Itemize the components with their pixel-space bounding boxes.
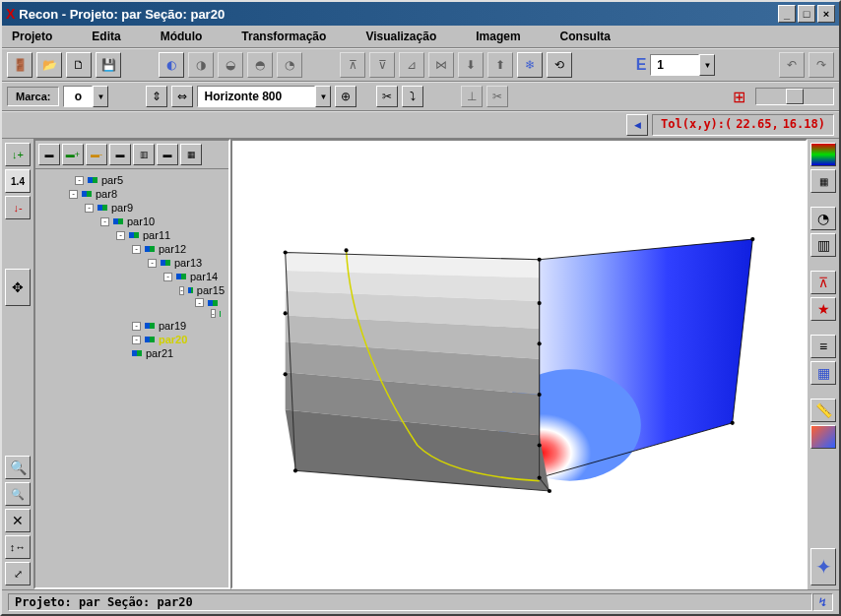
tree-node[interactable]: -par13 xyxy=(39,256,225,270)
tree-toggle-icon[interactable]: - xyxy=(179,286,184,295)
tool-button-2[interactable]: ⊽ xyxy=(369,52,395,78)
tool-button-5[interactable]: ⬇ xyxy=(458,52,484,78)
tree-node[interactable]: -par12 xyxy=(39,242,225,256)
shape-button-3[interactable]: ◒ xyxy=(218,52,243,78)
tree-toggle-icon[interactable]: - xyxy=(100,217,109,226)
tool-button-3[interactable]: ⊿ xyxy=(399,52,424,78)
right-btn-5[interactable]: ⊼ xyxy=(810,271,836,294)
undo-button[interactable]: ↶ xyxy=(779,52,805,78)
grid-icon[interactable]: ⊞ xyxy=(727,88,751,106)
shape-button-4[interactable]: ◓ xyxy=(247,52,273,78)
nav-pad-button[interactable]: ✥ xyxy=(5,269,31,306)
slider-thumb[interactable] xyxy=(786,89,804,104)
menu-projeto[interactable]: Projeto xyxy=(6,28,58,45)
shape-button-5[interactable]: ◔ xyxy=(277,52,302,78)
tree-node[interactable]: - xyxy=(39,308,225,319)
tool-button-7[interactable]: ❄ xyxy=(517,52,543,78)
tree-node[interactable]: -par8 xyxy=(39,187,225,201)
crosshair-button[interactable]: ✕ xyxy=(5,509,31,532)
redo-button[interactable]: ↷ xyxy=(809,52,834,78)
tree-node[interactable]: -par14 xyxy=(39,270,225,283)
menu-edita[interactable]: Edita xyxy=(86,28,126,45)
right-btn-8[interactable]: ▦ xyxy=(810,361,836,385)
tool2-button-6[interactable]: ✂ xyxy=(486,86,508,107)
new-button[interactable]: 🗋 xyxy=(66,52,92,78)
tree-node[interactable]: -par9 xyxy=(39,201,225,215)
spinner-down-icon[interactable]: ▼ xyxy=(699,54,715,76)
tree-btn-1[interactable]: ▬ xyxy=(38,144,60,165)
tree-toggle-icon[interactable]: - xyxy=(75,176,84,185)
move-tool-button[interactable]: ↕↔ xyxy=(5,535,31,559)
tree-node[interactable]: -par11 xyxy=(39,228,225,242)
right-btn-3[interactable]: ◔ xyxy=(810,207,836,230)
maximize-button[interactable]: □ xyxy=(798,5,815,23)
tool-button-1[interactable]: ⊼ xyxy=(340,52,365,78)
tree-node[interactable]: -par20 xyxy=(39,333,225,346)
marca-combo[interactable]: ▼ xyxy=(63,86,108,107)
tree-node[interactable]: par21 xyxy=(39,346,225,360)
add-node-button[interactable]: ↓+ xyxy=(5,143,31,166)
menu-imagem[interactable]: Imagem xyxy=(470,28,526,45)
tree-btn-4[interactable]: ▬ xyxy=(109,144,131,165)
tool2-button-1[interactable]: ⇕ xyxy=(146,86,167,107)
tool-button-8[interactable]: ⟲ xyxy=(547,52,572,78)
spinner-input[interactable] xyxy=(650,54,699,76)
tree-toggle-icon[interactable]: - xyxy=(163,273,172,281)
tree-btn-5[interactable]: ▥ xyxy=(133,144,155,165)
zoom-out-button[interactable]: 🔍 xyxy=(5,482,31,506)
horizonte-down-icon[interactable]: ▼ xyxy=(315,86,331,107)
rotate-3d-button[interactable]: ✦ xyxy=(810,548,836,585)
tree-btn-6[interactable]: ▬ xyxy=(157,144,178,165)
target-button[interactable]: ⊕ xyxy=(335,86,356,107)
spinner-combo[interactable]: ▼ xyxy=(650,54,715,76)
marca-input[interactable] xyxy=(63,86,93,107)
tree-body[interactable]: -par5-par8-par9-par10-par11-par12-par13-… xyxy=(35,169,228,587)
last-left-button[interactable]: ⤢ xyxy=(5,562,31,585)
tree-toggle-icon[interactable]: - xyxy=(211,309,216,318)
tree-node[interactable]: -par10 xyxy=(39,215,225,228)
tree-toggle-icon[interactable]: - xyxy=(148,259,157,268)
slider[interactable] xyxy=(755,88,834,105)
right-btn-10[interactable] xyxy=(810,425,836,449)
tree-toggle-icon[interactable]: - xyxy=(69,190,78,199)
horizonte-input[interactable] xyxy=(197,86,315,107)
tree-toggle-icon[interactable]: - xyxy=(132,245,141,254)
right-btn-2[interactable]: ▦ xyxy=(810,169,836,193)
right-btn-1[interactable] xyxy=(810,143,836,166)
canvas-viewport[interactable] xyxy=(230,139,808,589)
tree-toggle-icon[interactable]: - xyxy=(116,231,125,240)
menu-consulta[interactable]: Consulta xyxy=(554,28,616,45)
tree-btn-7[interactable]: ▦ xyxy=(180,144,202,165)
tree-node[interactable]: -par19 xyxy=(39,319,225,333)
tree-btn-3[interactable]: ▬- xyxy=(86,144,107,165)
shape-button-2[interactable]: ◑ xyxy=(188,52,214,78)
menu-visualizacao[interactable]: Visualização xyxy=(359,28,442,45)
tool2-button-2[interactable]: ⇔ xyxy=(171,86,193,107)
right-btn-9[interactable]: 📏 xyxy=(810,399,836,422)
open-door-button[interactable]: 🚪 xyxy=(7,52,32,78)
tool-button-4[interactable]: ⋈ xyxy=(428,52,454,78)
cut-button[interactable]: ✂ xyxy=(376,86,398,107)
save-button[interactable]: 💾 xyxy=(96,52,121,78)
tree-toggle-icon[interactable]: - xyxy=(132,322,141,331)
folder-open-button[interactable]: 📂 xyxy=(36,52,62,78)
tree-btn-2[interactable]: ▬+ xyxy=(62,144,84,165)
right-btn-6[interactable]: ★ xyxy=(810,297,836,321)
coord-left-button[interactable]: ◀ xyxy=(626,114,648,136)
right-btn-7[interactable]: ≡ xyxy=(810,335,836,358)
menu-modulo[interactable]: Módulo xyxy=(155,28,209,45)
curve-button[interactable]: ⤵ xyxy=(402,86,423,107)
marca-down-icon[interactable]: ▼ xyxy=(93,86,108,107)
tree-node[interactable]: -par5 xyxy=(39,173,225,187)
tree-node[interactable]: - xyxy=(39,297,225,308)
close-button[interactable]: × xyxy=(817,5,835,23)
tool-button-6[interactable]: ⬆ xyxy=(487,52,513,78)
shape-button-1[interactable]: ◐ xyxy=(159,52,184,78)
tool2-button-5[interactable]: ⊥ xyxy=(461,86,483,107)
tree-toggle-icon[interactable]: - xyxy=(85,204,94,213)
horizonte-combo[interactable]: ▼ xyxy=(197,86,331,107)
menu-transformacao[interactable]: Transformação xyxy=(235,28,332,45)
tree-node[interactable]: -par15 xyxy=(39,283,225,297)
right-btn-4[interactable]: ▥ xyxy=(810,233,836,257)
minimize-button[interactable]: _ xyxy=(778,5,796,23)
